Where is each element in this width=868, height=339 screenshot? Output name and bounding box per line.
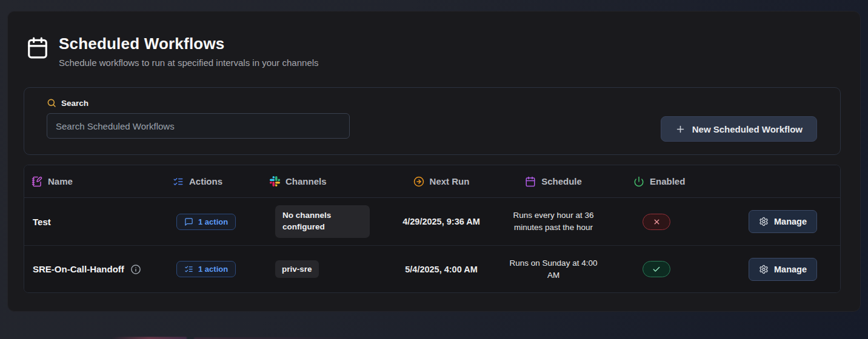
column-header-name: Name [24, 176, 165, 187]
page-subtitle: Schedule workflows to run at specified i… [59, 58, 319, 68]
column-header-schedule: Schedule [493, 176, 614, 187]
search-input[interactable] [47, 113, 350, 139]
table-row: Test 1 action No channels configured 4/2… [24, 198, 840, 245]
channel-tag: priv-sre [275, 260, 319, 278]
column-label-channels: Channels [285, 176, 327, 186]
column-header-enabled: Enabled [614, 176, 699, 187]
list-checks-icon [173, 176, 184, 187]
actions-count-label: 1 action [198, 217, 228, 226]
manage-button[interactable]: Manage [749, 210, 817, 233]
next-run-value: 4/29/2025, 9:36 AM [390, 217, 493, 226]
schedule-description: Runs on Sunday at 4:00 AM [493, 257, 614, 281]
page-header: Scheduled Workflows Schedule workflows t… [26, 35, 841, 68]
message-square-icon [184, 217, 193, 226]
status-enabled-pill[interactable] [643, 261, 670, 277]
next-run-value: 5/4/2025, 4:00 AM [390, 265, 493, 274]
plus-icon [675, 124, 686, 134]
manage-button-label: Manage [774, 265, 807, 274]
slack-icon [270, 176, 280, 186]
check-icon [652, 265, 661, 274]
actions-count-badge[interactable]: 1 action [176, 214, 236, 230]
manage-button[interactable]: Manage [749, 258, 817, 281]
schedule-description: Runs every hour at 36 minutes past the h… [493, 209, 614, 233]
gear-icon [759, 217, 769, 226]
actions-count-label: 1 action [198, 265, 228, 274]
table-row: SRE-On-Call-Handoff 1 action [24, 245, 840, 292]
search-panel: Search New Scheduled Workflow [24, 87, 841, 155]
column-label-name: Name [48, 176, 73, 186]
arrow-right-circle-icon [413, 176, 424, 187]
workflow-name: SRE-On-Call-Handoff [24, 264, 165, 275]
calendar-icon [26, 36, 49, 59]
gear-icon [759, 265, 769, 274]
actions-count-badge[interactable]: 1 action [176, 261, 236, 277]
table-header-row: Name Actions [24, 165, 840, 198]
list-checks-icon [184, 265, 193, 274]
column-header-next-run: Next Run [390, 176, 493, 187]
column-label-schedule: Schedule [541, 176, 582, 186]
page-title: Scheduled Workflows [59, 35, 319, 53]
column-label-next-run: Next Run [430, 176, 470, 186]
search-label: Search [61, 99, 88, 108]
workflow-name: Test [24, 217, 165, 227]
column-label-actions: Actions [189, 176, 222, 186]
manage-button-label: Manage [774, 217, 807, 226]
x-icon [653, 218, 661, 226]
calendar-icon [525, 176, 536, 187]
channels-empty-badge: No channels configured [275, 205, 370, 238]
new-scheduled-workflow-button[interactable]: New Scheduled Workflow [661, 116, 817, 142]
column-header-actions: Actions [165, 176, 262, 187]
power-icon [633, 176, 644, 187]
search-icon [47, 98, 56, 108]
info-icon[interactable] [130, 264, 141, 275]
notebook-pen-icon [32, 176, 42, 187]
new-scheduled-workflow-label: New Scheduled Workflow [692, 124, 803, 134]
status-disabled-pill[interactable] [643, 214, 670, 230]
column-label-enabled: Enabled [650, 176, 685, 186]
workflows-table: Name Actions [24, 165, 841, 293]
scheduled-workflows-card: Scheduled Workflows Schedule workflows t… [7, 11, 861, 312]
column-header-channels: Channels [262, 176, 390, 186]
